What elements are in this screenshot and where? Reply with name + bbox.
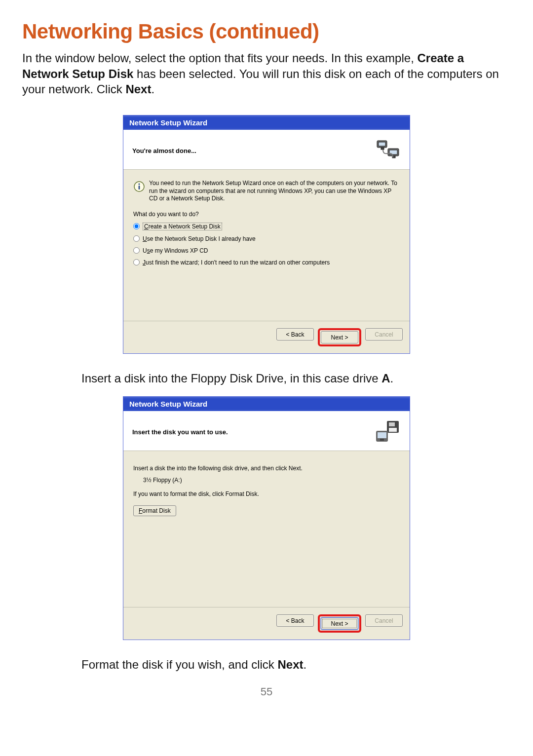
info-icon [133, 181, 145, 192]
wizard1-subtitle: You're almost done... [132, 147, 196, 154]
wizard2-footer: < Back Next > Cancel [123, 607, 410, 640]
wizard2-titlebar: Network Setup Wizard [123, 397, 410, 411]
wizard2-drive: 3½ Floppy (A:) [143, 477, 400, 484]
radio-input[interactable] [133, 247, 140, 254]
wizard1-option-0[interactable]: Create a Network Setup Disk [133, 223, 400, 230]
option-label: Create a Network Setup Disk [143, 223, 222, 230]
wizard1-titlebar: Network Setup Wizard [123, 115, 410, 130]
format-disk-button[interactable]: Format Disk [133, 505, 176, 516]
wizard-window-2: Network Setup Wizard Insert the disk you… [123, 396, 410, 640]
wizard1-option-3[interactable]: Just finish the wizard; I don't need to … [133, 259, 400, 266]
mid-paragraph: Insert a disk into the Floppy Disk Drive… [81, 372, 511, 385]
page-number: 55 [22, 685, 511, 698]
svg-rect-10 [389, 422, 395, 426]
svg-rect-8 [139, 186, 140, 189]
wizard1-next-button[interactable]: Next > [321, 331, 358, 343]
wizard2-line2: If you want to format the disk, click Fo… [133, 491, 400, 497]
wizard2-subtitle: Insert the disk you want to use. [132, 428, 228, 436]
option-label: Use my Windows XP CD [143, 247, 208, 254]
wizard2-next-button[interactable]: Next > [321, 617, 358, 630]
svg-rect-1 [379, 142, 385, 146]
wizard1-prompt: What do you want to do? [133, 211, 400, 218]
next-button-highlight-2: Next > [318, 614, 361, 633]
option-label: Use the Network Setup Disk I already hav… [143, 235, 256, 242]
wizard1-body: You need to run the Network Setup Wizard… [123, 170, 410, 321]
wizard2-body: Insert a disk the into the following dis… [123, 451, 410, 607]
svg-point-7 [138, 183, 140, 185]
svg-rect-13 [378, 432, 386, 438]
intro-paragraph: In the window below, select the option t… [22, 50, 511, 97]
floppy-network-icon [375, 420, 401, 444]
wizard2-cancel-button[interactable]: Cancel [365, 614, 403, 627]
wizard1-cancel-button[interactable]: Cancel [365, 328, 403, 340]
wizard1-option-2[interactable]: Use my Windows XP CD [133, 247, 400, 254]
wizard2-back-button[interactable]: < Back [276, 614, 314, 627]
wizard2-line1: Insert a disk the into the following dis… [133, 465, 400, 472]
network-computers-icon [375, 139, 401, 162]
svg-rect-14 [380, 439, 384, 441]
svg-rect-2 [381, 148, 384, 150]
wizard-window-1: Network Setup Wizard You're almost done.… [123, 115, 410, 354]
wizard1-option-1[interactable]: Use the Network Setup Disk I already hav… [133, 235, 400, 242]
wizard1-header: You're almost done... [123, 130, 410, 170]
radio-input[interactable] [133, 235, 140, 242]
wizard1-info-text: You need to run the Network Setup Wizard… [149, 180, 400, 203]
page-title: Networking Basics (continued) [22, 20, 511, 43]
foot-paragraph: Format the disk if you wish, and click N… [81, 658, 511, 672]
radio-input[interactable] [133, 259, 140, 265]
wizard1-back-button[interactable]: < Back [276, 328, 314, 340]
wizard1-options: Create a Network Setup DiskUse the Netwo… [133, 223, 400, 266]
radio-input[interactable] [133, 223, 140, 229]
next-button-highlight: Next > [318, 328, 361, 346]
svg-rect-11 [389, 428, 397, 432]
wizard1-footer: < Back Next > Cancel [123, 321, 410, 353]
option-label: Just finish the wizard; I don't need to … [143, 259, 330, 266]
wizard2-header: Insert the disk you want to use. [123, 411, 410, 451]
